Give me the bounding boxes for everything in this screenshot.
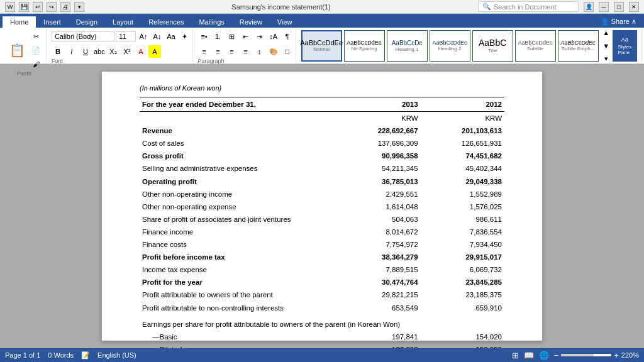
table-header-row: For the year ended December 31, 2013 201… — [140, 97, 504, 112]
styles-pane-button[interactable]: Aa StylesPane — [613, 30, 637, 62]
underline-button[interactable]: U — [79, 45, 92, 58]
maximize-btn[interactable]: □ — [614, 2, 624, 12]
web-view-btn[interactable]: 🌐 — [539, 351, 549, 360]
row-2012-6: 1,576,025 — [421, 200, 504, 213]
justify-button[interactable]: ≡ — [240, 45, 252, 58]
subscript-button[interactable]: X₂ — [107, 45, 119, 58]
style-heading2[interactable]: AaBbCcDdEc Heading 2 — [430, 30, 470, 62]
save-btn[interactable]: 💾 — [19, 2, 29, 12]
numbering-button[interactable]: 1. — [212, 30, 225, 43]
row-2013-5: 2,429,551 — [340, 188, 421, 200]
increase-indent-button[interactable]: ⇥ — [253, 30, 266, 43]
tab-layout[interactable]: Layout — [105, 16, 141, 28]
align-right-button[interactable]: ≡ — [226, 45, 238, 58]
tab-mailings[interactable]: Mailings — [191, 16, 231, 28]
paste-button[interactable]: 📋 — [6, 38, 28, 63]
table-row: Share of profit of associates and joint … — [140, 213, 504, 226]
status-bar-right: ⊞ 📖 🌐 − + 220% — [512, 351, 639, 360]
row-2012-13: 23,185,375 — [421, 288, 504, 301]
row-2012-2: 74,451,682 — [421, 150, 504, 162]
tab-insert[interactable]: Insert — [36, 16, 69, 28]
style-title[interactable]: AaBbC Title — [472, 30, 513, 62]
tab-design[interactable]: Design — [69, 16, 105, 28]
row-2013-1: 137,696,309 — [340, 137, 421, 150]
grow-font-button[interactable]: A↑ — [137, 30, 150, 43]
row-2012-7: 986,611 — [421, 213, 504, 226]
layout-view-btn[interactable]: ⊞ — [512, 351, 519, 360]
zoom-slider[interactable] — [561, 354, 611, 356]
align-left-button[interactable]: ≡ — [198, 45, 211, 58]
bold-button[interactable]: B — [52, 45, 64, 58]
document-area: (In millions of Korean won) For the year… — [0, 64, 644, 348]
shrink-font-button[interactable]: A↓ — [151, 30, 164, 43]
style-scroll-up[interactable]: ▲ — [600, 26, 613, 39]
font-color-button[interactable]: A — [135, 45, 147, 58]
style-no-spacing[interactable]: AaBbCcDdEe No Spacing — [344, 30, 385, 62]
highlight-button[interactable]: A — [148, 45, 161, 58]
tab-home[interactable]: Home — [3, 16, 36, 28]
format-painter-button[interactable]: 🖌 — [30, 58, 42, 70]
doc-subtitle: (In millions of Korean won) — [140, 84, 504, 92]
tab-review[interactable]: Review — [232, 16, 270, 28]
row-2012-5: 1,552,989 — [421, 188, 504, 200]
read-view-btn[interactable]: 📖 — [524, 351, 534, 360]
zoom-in-btn[interactable]: + — [614, 351, 619, 360]
style-subtitle[interactable]: AaBbCcDdEc Subtitle — [515, 30, 556, 62]
styles-preview: AaBbCcDdEe Normal AaBbCcDdEe No Spacing … — [301, 30, 599, 62]
font-size-input[interactable] — [116, 31, 136, 41]
word-icon[interactable]: W — [5, 2, 15, 12]
title-bar-left: W 💾 ↩ ↪ 🖨 ▾ — [5, 2, 84, 12]
style-no-spacing-preview: AaBbCcDdEe — [347, 40, 382, 46]
sort-button[interactable]: ↕A — [267, 30, 280, 43]
tab-references[interactable]: References — [141, 16, 191, 28]
proofing-icon[interactable]: 📝 — [81, 351, 90, 359]
clear-format-button[interactable]: ✦ — [179, 30, 191, 43]
style-expand[interactable]: ▾ — [600, 53, 613, 65]
table-row: Finance income 8,014,672 7,836,554 — [140, 226, 504, 238]
paragraph-group: ≡• 1. ⊞ ⇤ ⇥ ↕A ¶ ≡ ≡ ≡ ≡ ↕ 🎨 □ Paragraph — [194, 29, 296, 62]
superscript-button[interactable]: X² — [121, 45, 133, 58]
show-marks-button[interactable]: ¶ — [281, 30, 294, 43]
tab-view[interactable]: View — [270, 16, 300, 28]
row-2012-3: 45,402,344 — [421, 162, 504, 175]
font-name-input[interactable] — [52, 31, 114, 41]
undo-btn[interactable]: ↩ — [33, 2, 43, 12]
language[interactable]: English (US) — [97, 351, 136, 359]
cut-button[interactable]: ✂ — [30, 30, 42, 43]
bullets-button[interactable]: ≡• — [198, 30, 211, 43]
minimize-btn[interactable]: ─ — [599, 2, 609, 12]
row-2013-3: 54,211,345 — [340, 162, 421, 175]
font-label: Font — [52, 58, 63, 64]
krw-2013: KRW — [340, 112, 421, 125]
eps-2013-0: 197,841 — [340, 331, 421, 343]
redo-btn[interactable]: ↪ — [47, 2, 57, 12]
align-row: ≡ ≡ ≡ ≡ ↕ 🎨 □ — [198, 45, 294, 58]
strikethrough-button[interactable]: abc — [93, 45, 106, 58]
customize-btn[interactable]: ▾ — [74, 2, 84, 12]
row-2013-0: 228,692,667 — [340, 124, 421, 137]
copy-button[interactable]: 📄 — [30, 44, 42, 57]
search-box[interactable]: 🔍 Search in Document — [478, 1, 579, 12]
table-row: Profit attributable to owners of the par… — [140, 288, 504, 301]
style-scroll-down[interactable]: ▼ — [600, 40, 613, 52]
borders-button[interactable]: □ — [281, 45, 294, 58]
style-normal[interactable]: AaBbCcDdEe Normal — [301, 30, 342, 62]
decrease-indent-button[interactable]: ⇤ — [240, 30, 252, 43]
line-spacing-button[interactable]: ↕ — [253, 45, 266, 58]
shading-button[interactable]: 🎨 — [267, 45, 280, 58]
style-subtle-emph[interactable]: AaBbCcDdEc Subtle Emph... — [558, 30, 599, 62]
zoom-out-btn[interactable]: − — [554, 351, 559, 360]
font-selector-row: A↑ A↓ Aa ✦ — [52, 30, 191, 43]
print-btn[interactable]: 🖨 — [60, 2, 70, 12]
table-body: Revenue 228,692,667 201,103,613 Cost of … — [140, 124, 504, 314]
italic-button[interactable]: I — [65, 45, 78, 58]
person-icon: 👤 — [601, 18, 609, 25]
change-case-button[interactable]: Aa — [165, 30, 177, 43]
align-center-button[interactable]: ≡ — [212, 45, 225, 58]
user-icon[interactable]: 👤 — [584, 2, 594, 12]
multilevel-button[interactable]: ⊞ — [226, 30, 238, 43]
close-btn[interactable]: ✕ — [629, 2, 639, 12]
expand-icon: ∧ — [631, 18, 636, 25]
style-heading1[interactable]: AaBbCcDc Heading 1 — [387, 30, 428, 62]
word-count[interactable]: 0 Words — [48, 351, 74, 359]
